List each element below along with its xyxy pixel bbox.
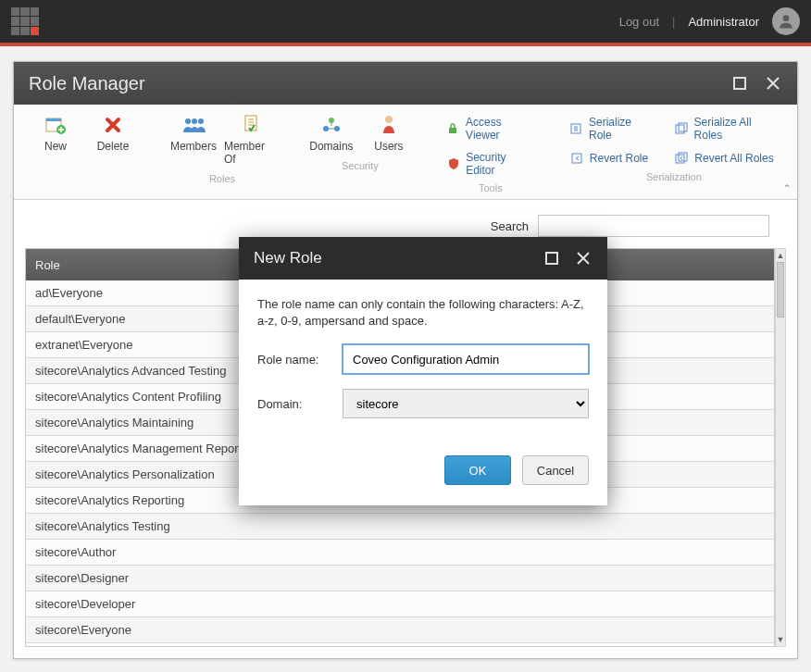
domain-label: Domain: (257, 397, 330, 411)
domain-select[interactable]: sitecore (343, 389, 589, 418)
dialog-header: New Role (239, 237, 607, 280)
dialog-title: New Role (254, 249, 322, 268)
rolename-label: Role name: (257, 353, 330, 367)
dialog-maximize-icon[interactable] (543, 249, 561, 268)
svg-rect-20 (546, 253, 557, 264)
ok-button[interactable]: OK (444, 455, 511, 485)
new-role-dialog: New Role The role name can only contain … (239, 237, 607, 505)
dialog-helptext: The role name can only contain the follo… (257, 296, 589, 330)
rolename-input[interactable] (343, 344, 589, 374)
cancel-button[interactable]: Cancel (522, 455, 589, 485)
dialog-close-icon[interactable] (574, 249, 593, 268)
